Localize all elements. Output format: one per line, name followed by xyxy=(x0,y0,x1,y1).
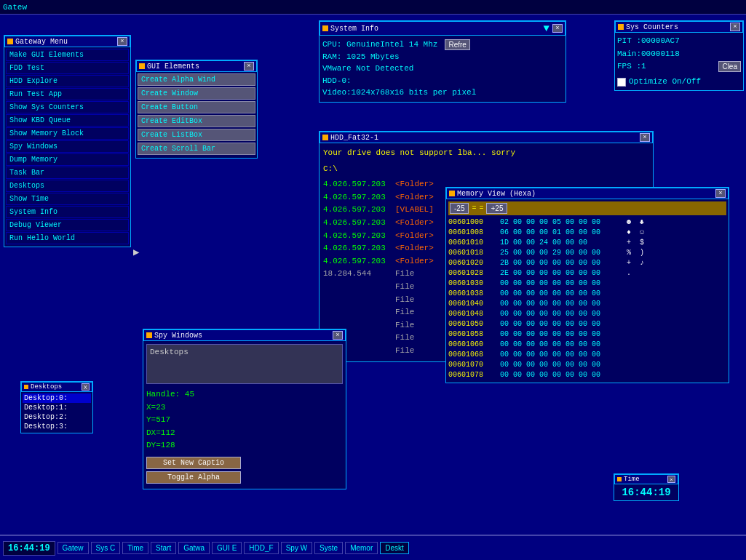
memview-minus-btn[interactable]: -25 xyxy=(450,203,469,214)
taskbar-btn-guie[interactable]: GUI E xyxy=(212,542,242,554)
gateway-menu-title: Gateway Menu xyxy=(15,38,68,46)
syscounters-titlebar[interactable]: Sys Counters × xyxy=(615,21,743,33)
memview-titlebar[interactable]: Memory View (Hexa) × xyxy=(446,188,729,199)
desktop-0[interactable]: Desktop:0: xyxy=(23,393,91,403)
mem-row-11: 0060105800 00 00 00 00 00 00 00 xyxy=(448,329,726,340)
spy-windows-window: Spy Windows × Desktops Handle: 45 X=23 Y… xyxy=(143,329,346,489)
gui-elements-icon xyxy=(139,63,145,69)
menu-run-test-app[interactable]: Run Test App xyxy=(6,88,129,100)
menu-system-info[interactable]: System Info xyxy=(6,206,129,218)
gui-btn-scrollbar[interactable]: Create Scroll Bar xyxy=(138,143,255,155)
menu-show-kbd-queue[interactable]: Show KBD Queue xyxy=(6,114,129,127)
gui-elements-body: Create Alpha Wind Create Window Create B… xyxy=(136,72,257,158)
taskbar-btn-sysc[interactable]: Sys C xyxy=(91,542,121,554)
mem-row-2: 006010101D 00 00 24 00 00 00+$ xyxy=(448,238,726,248)
mem-row-9: 0060104800 00 00 00 00 00 00 00 xyxy=(448,309,726,319)
syscounters-main: Main:00000118 xyxy=(617,48,741,61)
time-close[interactable]: × xyxy=(667,476,675,483)
desktops-title: Desktops xyxy=(31,383,62,391)
time-icon xyxy=(617,477,622,481)
desktops-titlebar[interactable]: Desktops X xyxy=(21,382,92,392)
mem-row-7: 0060103800 00 00 00 00 00 00 00 xyxy=(448,289,726,299)
gui-btn-window[interactable]: Create Window xyxy=(138,87,255,100)
taskbar-btn-hddf[interactable]: HDD_F xyxy=(244,542,278,554)
sysinfo-body: CPU: GenuineIntel 14 Mhz Refre RAM: 1025… xyxy=(320,36,566,102)
spy-display-text: Desktops xyxy=(150,348,189,356)
menu-task-bar[interactable]: Task Bar xyxy=(6,167,129,179)
desktops-body: Desktop:0: Desktop:1: Desktop:2: Desktop… xyxy=(21,392,92,433)
syscounters-body: PIT :00000AC7 Main:00000118 FPS :1 Clea … xyxy=(615,33,743,90)
spy-icon xyxy=(146,332,152,338)
memview-window: Memory View (Hexa) × -25 = = +25 0060100… xyxy=(445,187,729,383)
taskbar-btn-gatwa[interactable]: Gatwa xyxy=(178,542,210,554)
gui-btn-button[interactable]: Create Button xyxy=(138,101,255,113)
taskbar-btn-time[interactable]: Time xyxy=(122,542,148,554)
hdd-titlebar[interactable]: HDD_Fat32-1 × xyxy=(320,132,653,143)
time-titlebar[interactable]: Time × xyxy=(614,474,678,484)
syscounters-window: Sys Counters × PIT :00000AC7 Main:000001… xyxy=(614,20,744,91)
gui-btn-listbox[interactable]: Create ListBox xyxy=(138,129,255,141)
spy-display: Desktops xyxy=(146,344,343,384)
taskbar-btn-gatew[interactable]: Gatew xyxy=(57,542,89,554)
sysinfo-title: System Info xyxy=(330,25,378,33)
spy-close[interactable]: × xyxy=(333,331,343,340)
menu-fdd-test[interactable]: FDD Test xyxy=(6,62,129,74)
sysinfo-dropdown[interactable]: ▼ xyxy=(544,23,549,34)
desktops-icon xyxy=(24,385,28,389)
menu-show-memory-block[interactable]: Show Memory Block xyxy=(6,127,129,140)
desktops-close[interactable]: X xyxy=(82,383,90,391)
taskbar-btn-spyw[interactable]: Spy W xyxy=(281,542,312,554)
menu-spy-windows[interactable]: Spy Windows xyxy=(6,140,129,153)
desktop-3[interactable]: Desktop:3: xyxy=(23,422,91,431)
sysinfo-ram: RAM: 1025 Mbytes xyxy=(322,51,563,63)
menu-show-time[interactable]: Show Time xyxy=(6,193,129,205)
menu-run-hello-world[interactable]: Run Hello World xyxy=(6,232,129,244)
taskbar-btn-memor[interactable]: Memor xyxy=(345,542,378,554)
spy-body: Desktops Handle: 45 X=23 Y=517 DX=112 DY… xyxy=(143,341,346,489)
gateway-menu-close[interactable]: × xyxy=(117,37,127,46)
gui-btn-editbox[interactable]: Create EditBox xyxy=(138,115,255,127)
sysinfo-cpu: CPU: GenuineIntel 14 Mhz xyxy=(322,39,437,51)
syscounters-clea-btn[interactable]: Clea xyxy=(718,61,741,72)
sysinfo-close[interactable]: × xyxy=(552,24,563,33)
time-title: Time xyxy=(624,476,640,483)
optimize-checkbox[interactable] xyxy=(617,78,626,87)
taskbar-btn-syste[interactable]: Syste xyxy=(314,542,343,554)
memview-rows: 0060100002 00 00 00 05 00 00 00☻♣ 006010… xyxy=(448,217,726,380)
menu-make-gui[interactable]: Make GUI Elements xyxy=(6,49,129,61)
menu-dump-memory[interactable]: Dump Memory xyxy=(6,153,129,166)
menu-desktops[interactable]: Desktops xyxy=(6,180,129,192)
spy-info: Handle: 45 X=23 Y=517 DX=112 DY=128 xyxy=(146,388,343,452)
hdd-close[interactable]: × xyxy=(640,133,650,142)
spy-titlebar[interactable]: Spy Windows × xyxy=(143,329,346,341)
taskbar-btn-deskt[interactable]: Deskt xyxy=(380,542,409,554)
hdd-title: HDD_Fat32-1 xyxy=(330,134,378,142)
mem-row-4: 006010202B 00 00 00 00 00 00 00+♪ xyxy=(448,258,726,268)
taskbar: 16:44:19 Gatew Sys C Time Start Gatwa GU… xyxy=(0,535,746,560)
cursor-arrow: ▶ xyxy=(133,246,139,258)
taskbar-btn-start[interactable]: Start xyxy=(151,542,176,554)
top-title-text: Gatew xyxy=(3,3,27,12)
gui-elements-titlebar[interactable]: GUI Elements × xyxy=(136,60,257,72)
syscounters-fps: FPS :1 xyxy=(617,60,646,73)
mem-row-1: 0060100806 00 00 00 01 00 00 00♦☺ xyxy=(448,228,726,238)
memview-close[interactable]: × xyxy=(715,189,726,198)
gui-elements-close[interactable]: × xyxy=(244,62,254,71)
menu-show-sys-counters[interactable]: Show Sys Counters xyxy=(6,101,129,113)
menu-hdd-explore[interactable]: HDD Explore xyxy=(6,75,129,87)
spy-set-caption-btn[interactable]: Set New Captio xyxy=(146,457,241,469)
menu-debug-viewer[interactable]: Debug Viewer xyxy=(6,219,129,231)
spy-toggle-alpha-btn[interactable]: Toggle Alpha xyxy=(146,471,241,484)
syscounters-close[interactable]: × xyxy=(730,23,740,31)
memview-plus-btn[interactable]: +25 xyxy=(486,203,507,214)
gateway-menu-titlebar[interactable]: Gateway Menu × xyxy=(4,36,130,47)
desktop-1[interactable]: Desktop:1: xyxy=(23,403,91,412)
sysinfo-refre-btn[interactable]: Refre xyxy=(445,39,469,50)
sysinfo-titlebar[interactable]: System Info ▼ × xyxy=(320,21,566,36)
spy-y: Y=517 xyxy=(146,414,343,427)
sysinfo-icon xyxy=(322,25,328,31)
mem-row-10: 0060105000 00 00 00 00 00 00 00 xyxy=(448,319,726,329)
spy-title: Spy Windows xyxy=(154,332,202,340)
desktop-2[interactable]: Desktop:2: xyxy=(23,412,91,422)
gui-btn-alpha[interactable]: Create Alpha Wind xyxy=(138,73,255,86)
